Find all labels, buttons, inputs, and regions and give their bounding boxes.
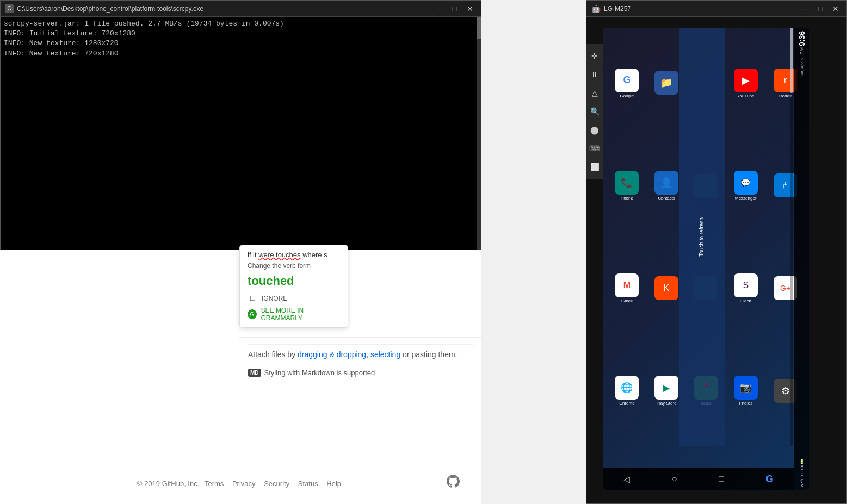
phone-scrollbar[interactable]	[790, 28, 793, 446]
google-logo-nav[interactable]: G	[766, 474, 774, 485]
toolbar-square-button[interactable]: ⬜	[588, 160, 601, 173]
phone-homescreen: G Google 📁 ▶	[603, 28, 809, 490]
android-close-button[interactable]: ✕	[829, 3, 842, 14]
github-icon	[447, 475, 460, 488]
toolbar-search-button[interactable]: 🔍	[588, 105, 601, 118]
gmail-icon: M	[615, 273, 639, 297]
toolbar-circle-button[interactable]: ⬤	[588, 123, 601, 136]
cmd-titlebar: C C:\Users\aaron\Desktop\phone_control\p…	[1, 1, 481, 17]
footer-help-link[interactable]: Help	[326, 480, 341, 488]
app-icon-photos[interactable]: 📷 Photos	[727, 376, 764, 406]
android-minimize-button[interactable]: ─	[799, 3, 812, 14]
md-badge: MD	[248, 369, 261, 377]
cmd-scrollbar-thumb	[477, 17, 481, 39]
nav-recent-button[interactable]: □	[719, 474, 724, 484]
grammarly-suggestion-label: Change the verb form	[248, 262, 340, 270]
gmail-label: Gmail	[621, 298, 633, 303]
photos-label: Photos	[739, 401, 752, 406]
toolbar-keyboard-button[interactable]: ⌨	[588, 142, 601, 155]
toolbar-pause-button[interactable]: ⏸	[588, 68, 601, 81]
cmd-title: C:\Users\aaron\Desktop\phone_control\pla…	[17, 5, 433, 13]
ignore-label: IGNORE	[262, 295, 287, 302]
phone-scrollbar-thumb	[790, 28, 793, 93]
markdown-section: MD Styling with Markdown is supported	[239, 359, 481, 381]
touch-refresh-overlay[interactable]: Touch to refresh	[679, 28, 725, 446]
app-icon-gmail[interactable]: M Gmail	[608, 273, 646, 303]
selecting-link[interactable]: selecting	[370, 350, 400, 359]
cmd-maximize-button[interactable]: □	[448, 3, 461, 14]
app-icon-chrome[interactable]: 🌐 Chrome	[608, 376, 646, 406]
grammarly-suggestion-word[interactable]: touched	[248, 274, 340, 288]
android-icon: 🤖	[591, 4, 601, 14]
grammarly-context: if it were touches where s	[248, 251, 340, 259]
phone-navbar: ◁ ○ □ G	[603, 468, 794, 490]
contacts-icon: 👤	[654, 171, 678, 195]
android-window: 🤖 LG-M257 ─ □ ✕ ✛ ⏸ △ 🔍 ⬤ ⌨ ⬜	[586, 0, 847, 504]
slack-icon: S	[734, 273, 758, 297]
playstore-icon: ▶	[654, 376, 678, 400]
extra-icon: ⚙	[774, 379, 797, 403]
app-icon-phone[interactable]: 📞 Phone	[608, 171, 646, 201]
app-icon-slack[interactable]: S Slack	[727, 273, 764, 303]
google-icon: G	[615, 69, 639, 92]
touch-refresh-text: Touch to refresh	[698, 217, 706, 257]
phone-screen[interactable]: G Google 📁 ▶	[603, 28, 809, 490]
grammarly-ignore-button[interactable]: ☐ IGNORE	[248, 294, 340, 303]
android-content: ✛ ⏸ △ 🔍 ⬤ ⌨ ⬜ G Google	[586, 17, 846, 503]
messenger-label: Messenger	[735, 196, 757, 201]
footer-terms-link[interactable]: Terms	[205, 480, 224, 488]
date-display: Sat, Apr 5	[800, 58, 805, 77]
markdown-notice: MD Styling with Markdown is supported	[248, 369, 473, 377]
app-icon-youtube[interactable]: ▶ YouTube	[727, 69, 764, 98]
messenger-icon: 💬	[734, 171, 758, 195]
app-icon-messenger[interactable]: 💬 Messenger	[727, 171, 764, 201]
footer-security-link[interactable]: Security	[264, 480, 289, 488]
nav-home-button[interactable]: ○	[672, 474, 677, 484]
google-label: Google	[620, 94, 634, 98]
battery-pct: 100%	[800, 465, 805, 476]
attach-label3: or pasting them.	[400, 350, 457, 359]
cmd-scrollbar[interactable]	[477, 17, 481, 255]
youtube-label: YouTube	[737, 94, 754, 98]
chrome-icon: 🌐	[615, 376, 639, 400]
footer-copyright: © 2019 GitHub, Inc.	[137, 480, 199, 488]
footer-status-link[interactable]: Status	[298, 480, 318, 488]
gplus-icon: G+	[774, 276, 797, 300]
phone-icon: 📞	[615, 171, 639, 195]
footer-privacy-link[interactable]: Privacy	[232, 480, 256, 488]
time-display: 9:36	[797, 31, 806, 46]
phone-label: Phone	[621, 196, 633, 201]
android-titlebar-buttons: ─ □ ✕	[799, 3, 842, 14]
grammarly-see-more-button[interactable]: G SEE MORE IN GRAMMARLY	[248, 307, 340, 322]
status-icons: 🔋 100% 67°F	[799, 459, 805, 487]
cmd-titlebar-buttons: ─ □ ✕	[433, 3, 477, 14]
grammarly-underline: were touches	[258, 251, 300, 259]
android-titlebar: 🤖 LG-M257 ─ □ ✕	[586, 1, 846, 17]
ampm-display: PM	[799, 47, 805, 55]
markdown-text: Styling with Markdown is supported	[264, 369, 375, 377]
contacts-label: Contacts	[658, 196, 675, 201]
see-more-label: SEE MORE IN GRAMMARLY	[261, 307, 340, 322]
android-maximize-button[interactable]: □	[814, 3, 827, 14]
photos-icon: 📷	[734, 376, 758, 400]
cmd-output: scrcpy-server.jar: 1 file pushed. 2.7 MB…	[4, 19, 478, 59]
temp-display: 67°F	[800, 477, 805, 487]
battery-icon: 🔋	[799, 459, 805, 464]
grammarly-actions: ☐ IGNORE G SEE MORE IN GRAMMARLY	[248, 294, 340, 322]
status-bar-right: 9:36 PM Sat, Apr 5 🔋 100% 67°F	[794, 28, 809, 490]
dragging-link[interactable]: dragging & dropping	[298, 350, 366, 359]
app-icon-google[interactable]: G Google	[608, 69, 646, 98]
folder-icon: 📁	[654, 71, 678, 95]
grammarly-g-icon: G	[248, 309, 257, 319]
cmd-close-button[interactable]: ✕	[463, 3, 477, 14]
toolbar-crosshair-button[interactable]: ✛	[588, 49, 601, 63]
youtube-icon: ▶	[734, 69, 758, 92]
cmd-minimize-button[interactable]: ─	[433, 3, 446, 14]
nav-back-button[interactable]: ◁	[623, 474, 630, 484]
attach-label: Attach files by	[248, 350, 298, 359]
cmd-icon: C	[5, 4, 14, 13]
grammarly-popup: if it were touches where s Change the ve…	[239, 245, 348, 328]
reddit-icon: r	[774, 69, 797, 92]
android-toolbar: ✛ ⏸ △ 🔍 ⬤ ⌨ ⬜	[586, 44, 603, 179]
toolbar-back-button[interactable]: △	[588, 86, 601, 99]
